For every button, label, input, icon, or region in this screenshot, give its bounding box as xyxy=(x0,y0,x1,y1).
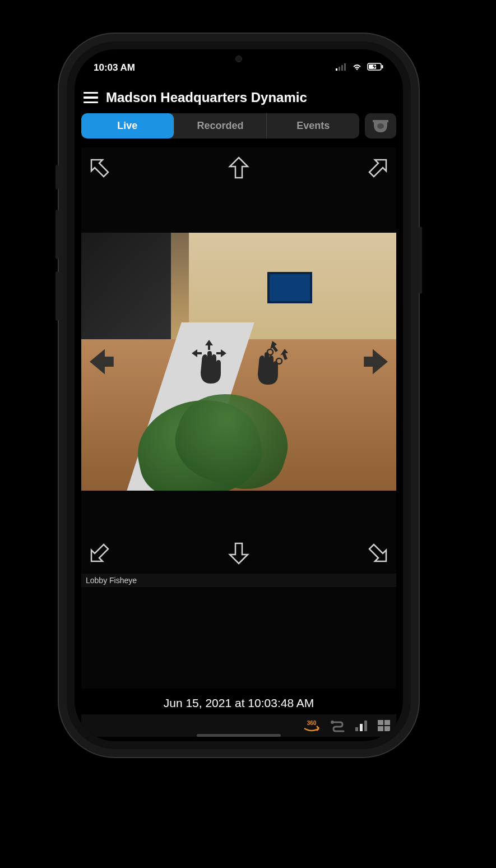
svg-rect-12 xyxy=(355,727,358,731)
camera-dome-icon xyxy=(373,120,388,132)
bottom-toolbar: 360 xyxy=(81,714,396,737)
svg-rect-14 xyxy=(364,721,367,731)
route-icon[interactable] xyxy=(330,719,346,732)
cellular-icon xyxy=(336,62,347,73)
volume-down-button xyxy=(55,271,59,321)
video-next[interactable] xyxy=(363,347,393,377)
pinch-gesture-icon xyxy=(244,336,293,387)
tabs-row: Live Recorded Events xyxy=(75,109,403,143)
grid-view-button[interactable] xyxy=(377,719,391,732)
ptz-top-row xyxy=(81,147,396,188)
svg-rect-3 xyxy=(344,63,346,71)
ptz-up-right[interactable] xyxy=(361,151,395,184)
view-tabs: Live Recorded Events xyxy=(81,113,359,138)
svg-point-7 xyxy=(377,123,384,129)
phone-notch xyxy=(177,49,300,68)
volume-up-button xyxy=(55,210,59,259)
gesture-hints xyxy=(185,336,293,387)
app-header: Madson Headquarters Dynamic xyxy=(75,84,403,109)
pan-gesture-icon xyxy=(185,336,233,387)
ptz-up-left[interactable] xyxy=(82,151,116,184)
tab-recorded[interactable]: Recorded xyxy=(174,113,267,138)
camera-select-button[interactable] xyxy=(365,113,396,138)
menu-button[interactable] xyxy=(84,92,98,104)
svg-rect-2 xyxy=(341,65,343,71)
app-content: Madson Headquarters Dynamic Live Recorde… xyxy=(75,84,403,741)
tab-live[interactable]: Live xyxy=(81,113,174,138)
svg-rect-5 xyxy=(382,65,383,68)
phone-frame: 10:03 AM Madson Headquarters Dynamic xyxy=(67,41,411,749)
wifi-icon xyxy=(351,62,363,73)
svg-text:360: 360 xyxy=(307,720,317,726)
video-feed[interactable] xyxy=(81,233,396,491)
svg-rect-1 xyxy=(339,67,340,71)
battery-charging-icon xyxy=(367,62,384,73)
svg-rect-0 xyxy=(336,68,337,71)
video-prev[interactable] xyxy=(85,347,115,377)
status-time: 10:03 AM xyxy=(94,62,135,73)
ptz-down-left[interactable] xyxy=(82,537,116,570)
ptz-up[interactable] xyxy=(222,151,256,184)
home-indicator[interactable] xyxy=(197,734,281,737)
side-button xyxy=(55,165,59,190)
svg-rect-15 xyxy=(378,720,383,725)
ptz-down[interactable] xyxy=(222,537,256,570)
signal-quality-icon[interactable] xyxy=(355,719,368,732)
rotate-360-button[interactable]: 360 xyxy=(302,718,321,733)
svg-point-11 xyxy=(331,721,334,724)
camera-viewer: Lobby Fisheye xyxy=(81,147,396,689)
ptz-bottom-row xyxy=(81,533,396,574)
phone-screen: 10:03 AM Madson Headquarters Dynamic xyxy=(75,49,403,741)
ptz-down-right[interactable] xyxy=(361,537,395,570)
timestamp: Jun 15, 2021 at 10:03:48 AM xyxy=(75,689,403,714)
svg-rect-18 xyxy=(384,726,390,731)
svg-rect-13 xyxy=(360,724,363,731)
camera-label: Lobby Fisheye xyxy=(81,574,396,587)
tab-events[interactable]: Events xyxy=(267,113,359,138)
page-title: Madson Headquarters Dynamic xyxy=(106,90,307,105)
power-button xyxy=(419,227,422,294)
svg-rect-16 xyxy=(384,720,390,725)
svg-rect-17 xyxy=(378,726,383,731)
